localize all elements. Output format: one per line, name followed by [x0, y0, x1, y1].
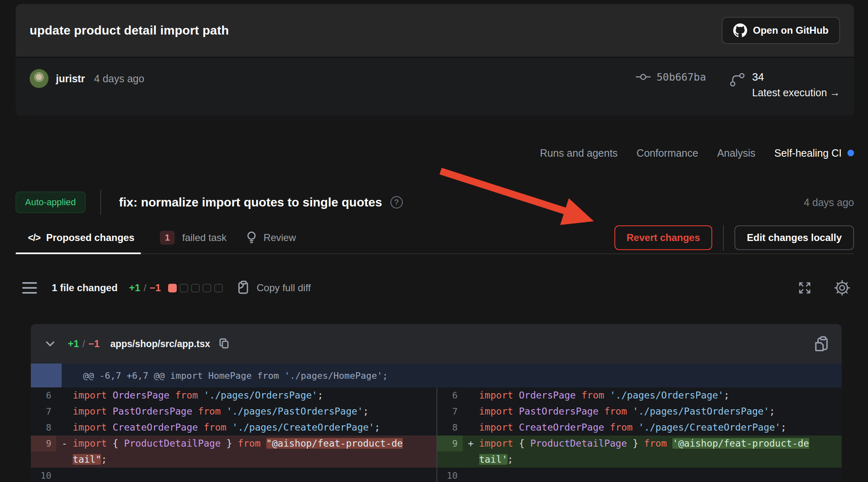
deletions-count: −1 [150, 282, 161, 294]
author-row: juristr 4 days ago [30, 69, 144, 88]
page-title: update product detail import path [30, 23, 229, 37]
nav-self-healing-ci[interactable]: Self-healing CI [774, 147, 854, 159]
line-number: 10 [437, 468, 463, 482]
hunk-header: @@ -6,7 +6,7 @@ import HomePage from './… [31, 364, 842, 387]
execution-block: 34 Latest execution → [729, 71, 840, 99]
line-number: 9 [437, 436, 463, 452]
line-number: 8 [31, 419, 56, 436]
commit-card: update product detail import path Open o… [16, 4, 854, 116]
avatar[interactable] [30, 69, 48, 88]
copy-path-icon[interactable] [218, 337, 231, 350]
github-icon [733, 23, 747, 37]
diff-line: 9+import { ProductDetailPage } from '@ai… [437, 436, 842, 468]
code-text: import OrdersPage from './pages/OrdersPa… [73, 387, 406, 403]
commit-card-header: update product detail import path Open o… [16, 4, 854, 58]
diff-line: 10 [437, 468, 842, 482]
line-number: 10 [31, 468, 56, 482]
code-text: import { ProductDetailPage } from '@aish… [479, 436, 813, 468]
change-gauge [168, 284, 223, 292]
commit-sha-row[interactable]: 50b667ba [635, 71, 706, 83]
fix-header-row: Auto-applied fix: normalize import quote… [16, 186, 854, 219]
additions-count: +1 [129, 282, 140, 294]
file-change-stats: +1 / −1 [68, 338, 99, 350]
commit-meta: 50b667ba 34 Latest execution → [635, 69, 840, 99]
latest-execution-link[interactable]: Latest execution → [752, 87, 840, 99]
tab-failed-task[interactable]: 1 failed task [160, 222, 226, 253]
line-number: 6 [31, 387, 56, 403]
fullscreen-icon[interactable] [796, 280, 813, 296]
fix-actions: Revert changes Edit changes locally [614, 225, 854, 250]
line-number: 6 [437, 387, 463, 403]
diff-toolbar-right [796, 279, 854, 297]
execution-number: 34 [752, 71, 840, 83]
code-text: import CreateOrderPage from './pages/Cre… [73, 419, 406, 436]
code-text: import OrdersPage from './pages/OrdersPa… [479, 387, 813, 403]
file-path: apps/shop/src/app.tsx [110, 338, 210, 350]
divider [723, 225, 724, 250]
edit-changes-locally-button[interactable]: Edit changes locally [734, 225, 854, 250]
code-text: import PastOrdersPage from './pages/Past… [73, 403, 406, 419]
nav-analysis[interactable]: Analysis [717, 147, 755, 159]
files-changed-label: 1 file changed [52, 282, 118, 294]
hunk-gutter [31, 364, 62, 387]
code-icon: </> [28, 232, 40, 243]
lightbulb-icon [245, 231, 258, 244]
copy-file-diff-icon[interactable] [815, 336, 829, 352]
diff-marker: - [56, 436, 73, 452]
diff-line: 6import OrdersPage from './pages/OrdersP… [437, 387, 842, 403]
line-number: 7 [31, 403, 56, 419]
diff-line: 8import CreateOrderPage from './pages/Cr… [31, 419, 436, 436]
split-diff: 6import OrdersPage from './pages/OrdersP… [31, 387, 842, 482]
top-nav: Runs and agents Conformance Analysis Sel… [16, 141, 854, 165]
fix-tabs-row: </> Proposed changes 1 failed task Revie… [16, 222, 854, 254]
open-on-github-label: Open on GitHub [753, 25, 829, 36]
diff-line: 10 [31, 468, 436, 482]
diff-line: 8import CreateOrderPage from './pages/Cr… [437, 419, 842, 436]
git-branch-icon [729, 71, 746, 99]
gauge-square [203, 284, 211, 292]
file-list-menu-icon[interactable] [22, 282, 37, 294]
gauge-square [191, 284, 200, 292]
diff-line: 9-import { ProductDetailPage } from "@ai… [31, 436, 436, 468]
diff-file-header: +1 / −1 apps/shop/src/app.tsx [31, 324, 842, 364]
diff-toolbar: 1 file changed +1 / −1 Copy full diff [16, 276, 854, 299]
fix-title: fix: normalize import quotes to single q… [119, 195, 382, 209]
settings-gear-icon[interactable] [833, 279, 851, 297]
divider [100, 190, 101, 215]
commit-card-body: juristr 4 days ago 50b667ba 34 Lates [16, 58, 854, 116]
diff-pane-old: 6import OrdersPage from './pages/OrdersP… [31, 387, 436, 482]
commit-sha: 50b667ba [657, 71, 706, 83]
code-text: import CreateOrderPage from './pages/Cre… [479, 419, 813, 436]
line-number: 7 [437, 403, 463, 419]
line-number: 9 [31, 436, 56, 452]
help-icon[interactable]: ? [390, 196, 403, 209]
gauge-square [168, 284, 177, 292]
diff-marker: + [463, 436, 479, 452]
revert-changes-button[interactable]: Revert changes [614, 225, 713, 250]
nav-runs-and-agents[interactable]: Runs and agents [540, 147, 618, 159]
gauge-square [214, 284, 223, 292]
diff-line: 7import PastOrdersPage from './pages/Pas… [31, 403, 436, 419]
clipboard-icon [237, 280, 251, 295]
tab-proposed-changes[interactable]: </> Proposed changes [28, 222, 141, 253]
app-root: update product detail import path Open o… [0, 0, 868, 482]
authored-when: 4 days ago [94, 73, 144, 85]
diff-card: +1 / −1 apps/shop/src/app.tsx @@ -6,7 +6… [31, 324, 842, 482]
arrow-right-icon: → [830, 87, 840, 98]
chevron-down-icon[interactable] [43, 337, 57, 351]
copy-full-diff-button[interactable]: Copy full diff [237, 280, 311, 295]
tab-review[interactable]: Review [245, 222, 296, 253]
failed-count-badge: 1 [160, 231, 175, 245]
code-text: import { ProductDetailPage } from "@aish… [73, 436, 406, 468]
diff-line: 6import OrdersPage from './pages/OrdersP… [31, 387, 436, 403]
author-name: juristr [56, 73, 85, 85]
diff-line: 7import PastOrdersPage from './pages/Pas… [437, 403, 842, 419]
open-on-github-button[interactable]: Open on GitHub [722, 17, 840, 44]
hunk-label: @@ -6,7 +6,7 @@ import HomePage from './… [62, 364, 388, 387]
fix-when: 4 days ago [804, 197, 854, 209]
gauge-square [180, 284, 188, 292]
nav-conformance[interactable]: Conformance [637, 147, 698, 159]
code-text: import PastOrdersPage from './pages/Past… [479, 403, 813, 419]
notification-dot [847, 150, 854, 156]
git-commit-icon [635, 71, 651, 83]
